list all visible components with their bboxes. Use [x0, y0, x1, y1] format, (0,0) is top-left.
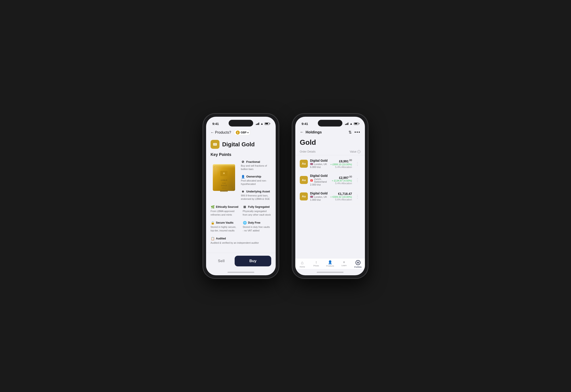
- feature-secure-vaults: 🔒 Secure Vaults Stored in highly secure,…: [210, 221, 239, 232]
- currency-selector[interactable]: £ GBP ▾: [234, 130, 251, 135]
- gold-bar-image: ⊞ 1 KILO FINE GOLD 999.9 ████████: [210, 160, 237, 195]
- tab-bar: ⌂ Home ↕ Prices 👤 Products ≡ Learn: [295, 258, 365, 269]
- fully-segregated-icon: ⊞: [243, 205, 247, 209]
- holding-location-2: 🇨🇭 Zurich, Switzerland: [310, 178, 330, 183]
- sort-button[interactable]: ⇅: [348, 130, 352, 135]
- fractional-icon: ⊘: [241, 160, 245, 164]
- feature-ethically-sourced-title: Ethically Sourced: [216, 205, 239, 209]
- status-icons-1: ▲: [256, 122, 270, 126]
- au-badge-3: Au: [300, 192, 308, 200]
- status-icons-2: ▲: [345, 122, 359, 126]
- holding-name-3: Digital Gold: [310, 192, 328, 195]
- chevron-left-icon-1: ←: [210, 130, 214, 135]
- ownership-title: Ownership: [246, 175, 261, 178]
- buy-button[interactable]: Buy: [235, 256, 271, 266]
- nav-bar-1: ← Products ? £ GBP ▾: [206, 128, 276, 137]
- gold-bar-section: ⊞ 1 KILO FINE GOLD 999.9 ████████ ⊘: [206, 160, 276, 205]
- home-indicator-2: [295, 269, 365, 275]
- product-header: Au Digital Gold: [206, 137, 276, 151]
- back-button-2[interactable]: ←: [300, 130, 304, 135]
- holding-amount-1: 6.000 t/oz: [310, 166, 328, 168]
- table-row: Au Digital Gold 🇬🇧 London, UK 1.000 t/oz…: [295, 189, 365, 204]
- svg-text:GOLD: GOLD: [221, 184, 227, 187]
- holding-price-1: £8,991.00: [330, 159, 352, 163]
- fractional-title: Fractional: [246, 160, 260, 164]
- feature-ethically-sourced: 🌿 Ethically Sourced From LBMA approved r…: [210, 205, 239, 216]
- feature-fully-segregated-title: Fully Segregated: [248, 205, 270, 209]
- row-more-button-1[interactable]: ⋮: [354, 160, 361, 167]
- tab-home[interactable]: ⌂ Home: [295, 260, 309, 268]
- key-point-ownership: 👤 Ownership Pool allocated and non-hypot…: [241, 175, 271, 186]
- tab-home-label: Home: [300, 266, 305, 268]
- info-icon[interactable]: i: [357, 150, 361, 153]
- holding-allocation-3: 5.6% Allocation: [330, 198, 352, 201]
- ch-flag-2: 🇨🇭: [310, 179, 313, 182]
- table-row: Au Digital Gold 🇬🇧 London, UK 6.000 t/oz…: [295, 156, 365, 171]
- more-options-button[interactable]: •••: [354, 130, 361, 135]
- nav-bar-2: ← Holdings ⇅ •••: [295, 128, 365, 137]
- tab-learn[interactable]: ≡ Learn: [337, 260, 351, 268]
- chevron-down-icon: ▾: [247, 131, 248, 134]
- holding-values-1: £8,991.00 + £899.10 (10.00%) 5.4% Alloca…: [330, 159, 352, 168]
- currency-label: GBP: [241, 131, 246, 134]
- prices-icon: ↕: [316, 260, 317, 264]
- phone-1: 9:41 ▲ ← Products ?: [203, 113, 279, 279]
- sell-button[interactable]: Sell: [210, 256, 232, 266]
- svg-text:1 KILO: 1 KILO: [221, 179, 227, 181]
- wifi-icon-2: ▲: [349, 122, 353, 126]
- ownership-desc: Pool allocated and non-hypothecated: [241, 179, 271, 186]
- feature-duty-free-desc: Stored in duty free vaults - no VAT adde…: [243, 225, 271, 232]
- feature-ethically-sourced-desc: From LBMA approved refineries and mints: [210, 210, 239, 216]
- holdings-page-title: Gold: [295, 137, 365, 149]
- nav-actions-1: ? £ GBP ▾: [229, 130, 251, 135]
- phone-2: 9:41 ▲ ← Holdings ⇅ •••: [292, 113, 368, 279]
- back-button-1[interactable]: ← Products: [210, 130, 229, 135]
- tab-portfolio[interactable]: Portfolio: [351, 260, 365, 268]
- row-more-button-2[interactable]: ⋮: [354, 176, 361, 183]
- home-indicator-1: [206, 269, 276, 275]
- tab-portfolio-label: Portfolio: [354, 266, 361, 268]
- feature-fully-segregated-desc: Physically segregated from any other vau…: [243, 210, 271, 216]
- duty-free-icon: 🌐: [243, 221, 247, 224]
- holding-change-1: + £899.10 (10.00%): [330, 163, 352, 166]
- holding-location-1: 🇬🇧 London, UK: [310, 163, 328, 166]
- table-header-value-label: Value: [350, 150, 356, 153]
- feature-duty-free-title: Duty Free: [248, 221, 260, 224]
- svg-text:⊞: ⊞: [223, 172, 225, 174]
- uk-flag-3: 🇬🇧: [310, 195, 313, 198]
- nav-actions-2: ⇅ •••: [348, 130, 361, 135]
- audited-icon: 📋: [210, 237, 215, 240]
- dynamic-island-2: [318, 120, 342, 126]
- products-icon: 👤: [328, 260, 332, 264]
- svg-text:Au: Au: [214, 144, 216, 145]
- row-more-button-3[interactable]: ⋮: [354, 193, 361, 200]
- holding-info-2: Digital Gold 🇨🇭 Zurich, Switzerland 2.00…: [310, 174, 330, 186]
- holding-allocation-1: 5.4% Allocation: [330, 166, 352, 168]
- feature-secure-vaults-desc: Stored in highly secure, top-tier, insur…: [210, 225, 239, 232]
- fractional-desc: Buy and sell fractions of bullion bars: [241, 164, 271, 171]
- holding-price-2: £2,997.00: [332, 175, 352, 180]
- holding-values-2: £2,997.00 + £134.87 (4.50%) 5.4% Allocat…: [332, 175, 352, 185]
- holding-amount-3: 1.000 t/oz: [310, 198, 328, 201]
- key-point-fractional: ⊘ Fractional Buy and sell fractions of b…: [241, 160, 271, 171]
- signal-icon-2: [345, 123, 348, 125]
- product-title: Digital Gold: [222, 141, 255, 148]
- holding-change-2: + £134.87 (4.50%): [332, 179, 352, 182]
- holding-values-3: €1,718.47 + €309.32 (18.00%) 5.6% Alloca…: [330, 192, 352, 201]
- table-header-order-details: Order Details: [300, 150, 316, 153]
- underlying-title: Underlying Asset: [246, 190, 270, 193]
- features-grid: 🌿 Ethically Sourced From LBMA approved r…: [206, 205, 276, 232]
- currency-icon: £: [236, 130, 240, 135]
- help-button[interactable]: ?: [229, 130, 231, 135]
- audited-item: 📋 Audited Audited & verified by an indep…: [210, 233, 271, 245]
- tab-prices[interactable]: ↕ Prices: [309, 260, 323, 268]
- holding-info-3: Digital Gold 🇬🇧 London, UK 1.000 t/oz: [310, 192, 328, 201]
- battery-icon-1: [265, 123, 270, 125]
- tab-products[interactable]: 👤 Products: [323, 260, 337, 268]
- svg-text:████████: ████████: [220, 190, 228, 192]
- ownership-icon: 👤: [241, 175, 245, 179]
- holdings-nav-title: Holdings: [306, 130, 348, 135]
- secure-vaults-icon: 🔒: [210, 221, 215, 224]
- feature-fully-segregated: ⊞ Fully Segregated Physically segregated…: [243, 205, 271, 216]
- key-points-list: ⊘ Fractional Buy and sell fractions of b…: [241, 160, 271, 201]
